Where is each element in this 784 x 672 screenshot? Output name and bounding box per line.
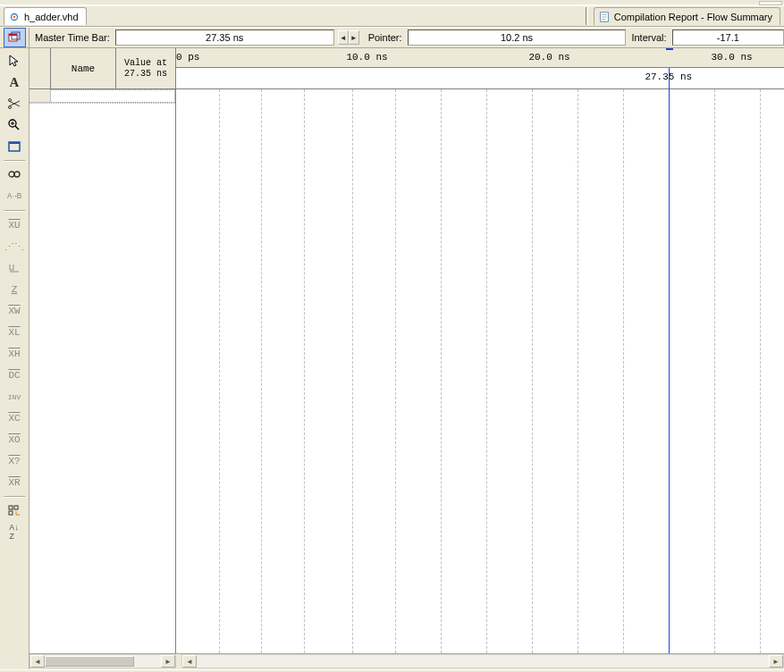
sort-tool[interactable]: A↓Z	[4, 523, 26, 542]
svg-rect-14	[14, 506, 18, 509]
svg-point-11	[9, 172, 14, 177]
time-ruler[interactable]: 0 ps10.0 ns20.0 ns30.0 ns	[176, 48, 784, 68]
interval-label: Interval:	[626, 32, 671, 43]
tabs-divider[interactable]	[586, 7, 588, 25]
detach-window-button[interactable]	[4, 28, 26, 47]
grid-line	[623, 89, 624, 653]
text-tool[interactable]: A	[4, 72, 26, 92]
force-low-tool[interactable]	[4, 258, 26, 278]
vhdl-file-icon	[8, 11, 21, 23]
waveform-panel: Name Value at 27.35 ns 0 ps10.0 ns20.0 n…	[30, 48, 784, 669]
waveform-area[interactable]: 0 ps10.0 ns20.0 ns30.0 ns 27.35 ns	[176, 48, 784, 653]
timebar: Master Time Bar: 27.35 ns ◄ ► Pointer: 1…	[0, 27, 784, 48]
signal-value-header[interactable]: Value at 27.35 ns	[116, 48, 175, 88]
svg-point-1	[13, 15, 15, 17]
force-weak1-tool[interactable]: XW	[4, 301, 26, 321]
main-area: A A→B XU ⋰⋱ Z XW XL XH DC INV XC XO X? X…	[0, 48, 784, 669]
interval-value[interactable]: -17.1	[672, 29, 784, 46]
waveform-canvas[interactable]	[176, 89, 784, 653]
signal-list-panel: Name Value at 27.35 ns	[30, 48, 176, 653]
svg-point-6	[9, 99, 12, 102]
toolbar-separator-2	[4, 210, 25, 212]
tab-file[interactable]: h_adder.vhd	[4, 7, 87, 25]
ruler-tick: 0 ps	[176, 52, 199, 63]
signal-header: Name Value at 27.35 ns	[30, 48, 175, 89]
svg-point-7	[9, 106, 12, 109]
ruler-tick: 30.0 ns	[711, 52, 752, 63]
force-weak0-tool[interactable]: XL	[4, 323, 26, 342]
scroll-right-button[interactable]: ►	[161, 655, 175, 668]
grid-line	[714, 89, 715, 653]
grid-line	[352, 89, 353, 653]
grid-tool[interactable]	[4, 501, 26, 521]
random-tool[interactable]: X?	[4, 451, 26, 471]
waveform-body: Name Value at 27.35 ns 0 ps10.0 ns20.0 n…	[30, 48, 784, 653]
grid-line	[219, 89, 220, 653]
svg-rect-5	[9, 34, 17, 36]
fullscreen-tool[interactable]	[4, 137, 26, 156]
force-weak-tool[interactable]: ⋰⋱	[4, 237, 26, 256]
svg-rect-10	[9, 142, 20, 144]
time-cursor[interactable]	[669, 68, 670, 653]
grid-line	[577, 89, 578, 653]
next-time-button[interactable]: ►	[349, 30, 359, 45]
toolbar-separator-1	[4, 160, 25, 162]
grid-line	[261, 89, 262, 653]
signal-row-gutter	[30, 89, 51, 103]
grid-line	[441, 89, 442, 653]
signal-hscrollbar[interactable]: ◄ ►	[30, 654, 176, 668]
grid-line	[486, 89, 487, 653]
timebar-nav: ◄ ►	[338, 30, 359, 45]
ruler-tick: 10.0 ns	[346, 52, 387, 63]
tab-report[interactable]: Compilation Report - Flow Summary	[594, 7, 780, 25]
master-time-label: Master Time Bar:	[30, 32, 115, 43]
left-toolbar: A A→B XU ⋰⋱ Z XW XL XH DC INV XC XO X? X…	[0, 48, 30, 669]
signal-name-header[interactable]: Name	[51, 48, 116, 88]
svg-rect-13	[9, 506, 13, 509]
force-dc-tool[interactable]: DC	[4, 365, 26, 385]
svg-point-12	[14, 172, 20, 177]
ruler-tick: 20.0 ns	[528, 52, 569, 63]
force-highz-tool[interactable]: Z	[4, 280, 26, 299]
time-cursor-handle[interactable]	[666, 48, 673, 50]
svg-rect-15	[9, 511, 13, 515]
report-icon	[598, 11, 611, 23]
pointer-label: Pointer:	[363, 32, 408, 43]
signal-gutter-header	[30, 48, 51, 88]
wave-scroll-left-button[interactable]: ◄	[182, 655, 197, 668]
find-tool[interactable]	[4, 165, 26, 185]
signal-row-empty[interactable]	[30, 89, 175, 104]
detach-icon-holder	[0, 28, 30, 47]
force-h-tool[interactable]: XH	[4, 344, 26, 364]
pointer-value[interactable]: 10.2 ns	[408, 29, 627, 46]
xr-tool[interactable]: XR	[4, 473, 26, 492]
invert-tool[interactable]: INV	[4, 387, 26, 407]
master-time-value[interactable]: 27.35 ns	[115, 29, 334, 46]
overwrite-tool[interactable]: XO	[4, 430, 26, 449]
grid-line	[395, 89, 396, 653]
zoom-tool[interactable]	[4, 115, 26, 135]
document-tabs: h_adder.vhd Compilation Report - Flow Su…	[0, 5, 784, 27]
scroll-left-button[interactable]: ◄	[30, 655, 45, 668]
wave-scroll-right-button[interactable]: ►	[769, 655, 783, 668]
waveform-hscrollbar[interactable]: ◄ ►	[181, 654, 784, 668]
grid-line	[532, 89, 533, 653]
signal-rows[interactable]	[30, 89, 175, 653]
toolbar-separator-3	[4, 496, 25, 498]
grid-line	[760, 89, 761, 653]
grid-line	[304, 89, 305, 653]
prev-time-button[interactable]: ◄	[338, 30, 349, 45]
tab-file-label: h_adder.vhd	[24, 12, 79, 22]
cut-tool[interactable]	[4, 94, 26, 113]
bottom-scrollbars: ◄ ► ◄ ►	[30, 653, 784, 669]
pointer-tool[interactable]	[4, 51, 26, 71]
replace-tool[interactable]: A→B	[4, 187, 26, 206]
tab-report-label: Compilation Report - Flow Summary	[614, 12, 772, 22]
top-strip	[0, 0, 784, 5]
cursor-label-row: 27.35 ns	[176, 68, 784, 89]
signal-row-selection[interactable]	[51, 89, 175, 103]
scroll-thumb[interactable]	[45, 656, 134, 667]
force-unknown-tool[interactable]: XU	[4, 215, 26, 235]
count-tool[interactable]: XC	[4, 408, 26, 428]
